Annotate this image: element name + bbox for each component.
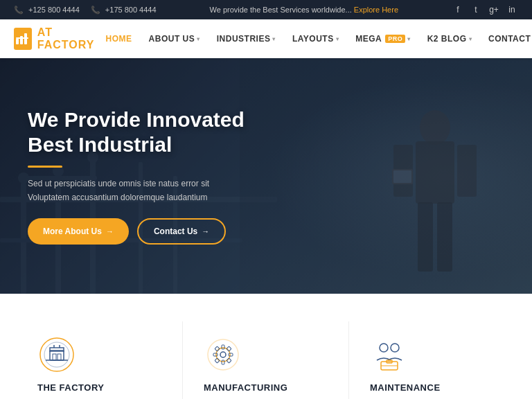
svg-rect-0	[16, 39, 19, 44]
hero-buttons: More About Us → Contact Us →	[28, 218, 245, 245]
top-bar-socials: f t g+ in	[452, 3, 518, 16]
chevron-down-icon: ▾	[272, 36, 276, 42]
logo[interactable]: AT FACTORY	[14, 26, 99, 51]
facebook-icon[interactable]: f	[452, 3, 464, 16]
svg-rect-3	[16, 37, 28, 39]
svg-point-44	[391, 344, 399, 352]
hero-section: We Provide Innovated Best Industrial Sed…	[0, 58, 532, 294]
chevron-down-icon: ▾	[469, 36, 472, 42]
maintenance-icon-wrapper	[370, 335, 409, 374]
hero-title: We Provide Innovated Best Industrial	[28, 107, 245, 157]
linkedin-icon[interactable]: in	[506, 3, 518, 16]
phone2: 📞 +175 800 4444	[91, 6, 157, 15]
phone1: 📞 +125 800 4444	[14, 6, 80, 15]
svg-rect-28	[50, 348, 64, 351]
svg-rect-25	[50, 351, 64, 360]
feature-manufacturing-title: MANUFACTURING	[204, 382, 287, 393]
svg-rect-1	[20, 36, 23, 44]
feature-maintenance: MAINTENANCE At vero eos et accusamus et …	[349, 321, 515, 399]
nav-about[interactable]: ABOUT US ▾	[142, 30, 207, 48]
logo-icon	[14, 28, 32, 50]
chevron-down-icon: ▾	[407, 36, 411, 42]
googleplus-icon[interactable]: g+	[488, 3, 500, 16]
svg-point-42	[208, 339, 238, 370]
factory-icon-wrapper	[37, 335, 76, 374]
chevron-down-icon: ▾	[336, 36, 339, 42]
hero-divider	[28, 166, 62, 168]
maintenance-icon	[371, 337, 407, 373]
nav-mega[interactable]: MEGA PRO ▾	[348, 30, 418, 48]
svg-point-43	[380, 344, 388, 352]
logo-text: AT FACTORY	[37, 26, 99, 51]
nav-links: HOME ABOUT US ▾ INDUSTRIES ▾ LAYOUTS ▾ M…	[99, 30, 532, 48]
svg-rect-35	[222, 360, 224, 364]
feature-factory: THE FACTORY At vero eos et accusamus et …	[17, 321, 183, 399]
contact-us-button[interactable]: Contact Us →	[137, 218, 226, 245]
more-about-us-button[interactable]: More About Us →	[28, 218, 129, 245]
feature-manufacturing: MANUFACTURING At vero eos et accusamus e…	[183, 321, 349, 399]
svg-rect-26	[53, 354, 56, 360]
nav-k2blog[interactable]: K2 BLOG ▾	[420, 30, 479, 48]
svg-rect-36	[213, 353, 218, 356]
top-bar: 📞 +125 800 4444 📞 +175 800 4444 We provi…	[0, 0, 532, 19]
factory-icon	[39, 337, 75, 373]
nav-industries[interactable]: INDUSTRIES ▾	[210, 30, 283, 48]
arrow-right-icon: →	[106, 227, 114, 236]
manufacturing-icon-wrapper	[204, 335, 242, 374]
features-section: THE FACTORY At vero eos et accusamus et …	[0, 294, 532, 399]
explore-link[interactable]: Explore Here	[354, 6, 398, 14]
svg-point-23	[40, 338, 73, 371]
arrow-right-icon: →	[202, 227, 209, 236]
feature-factory-title: THE FACTORY	[37, 382, 105, 393]
nav-contact[interactable]: CONTACT	[481, 30, 532, 48]
nav-home[interactable]: HOME	[99, 30, 139, 48]
feature-maintenance-title: MAINTENANCE	[370, 382, 441, 393]
twitter-icon[interactable]: t	[470, 3, 482, 16]
top-bar-contacts: 📞 +125 800 4444 📞 +175 800 4444	[14, 6, 157, 15]
chevron-down-icon: ▾	[197, 36, 200, 42]
navbar: AT FACTORY HOME ABOUT US ▾ INDUSTRIES ▾ …	[0, 19, 532, 58]
svg-rect-37	[229, 353, 233, 356]
mega-pro-badge: PRO	[385, 35, 405, 43]
svg-point-24	[44, 342, 69, 367]
nav-layouts[interactable]: LAYOUTS ▾	[285, 30, 346, 48]
manufacturing-icon	[205, 337, 241, 373]
svg-point-33	[220, 352, 226, 357]
svg-rect-34	[222, 345, 224, 349]
hero-content: We Provide Innovated Best Industrial Sed…	[0, 107, 272, 244]
hero-subtitle: Sed ut perspiciatis unde omnis iste natu…	[28, 177, 236, 204]
svg-rect-27	[57, 354, 61, 360]
top-bar-tagline: We provide the Best Services worldwide..…	[210, 6, 398, 14]
